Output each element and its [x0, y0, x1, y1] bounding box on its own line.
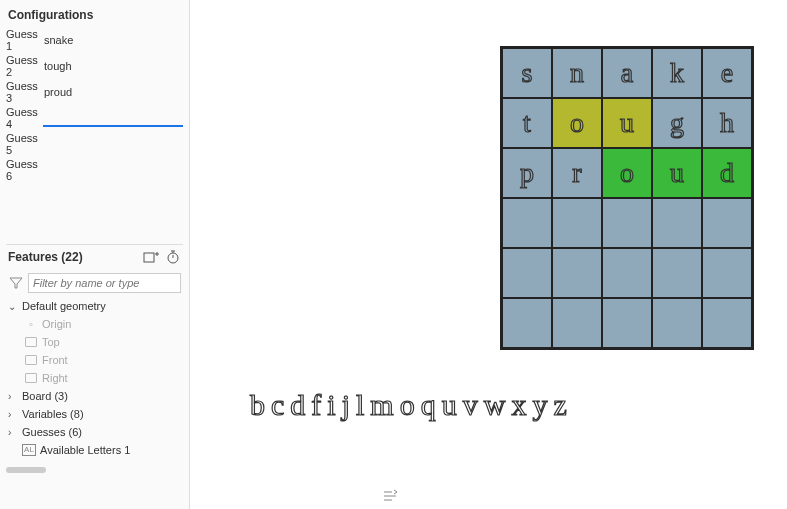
tree-board[interactable]: › Board (3) [6, 387, 183, 405]
cell-letter: o [620, 157, 634, 189]
board-row-2: tough [502, 98, 752, 148]
board-cell: d [702, 148, 752, 198]
board-cell: h [702, 98, 752, 148]
board-cell: o [602, 148, 652, 198]
available-letter: v [463, 388, 478, 422]
features-title: Features (22) [8, 250, 83, 264]
available-letter: j [342, 388, 350, 422]
cell-letter: a [621, 57, 633, 89]
board-row-1: snake [502, 48, 752, 98]
cell-letter: r [572, 157, 581, 189]
board-cell: r [552, 148, 602, 198]
available-letter: d [290, 388, 305, 422]
available-letter: i [327, 388, 335, 422]
filter-input[interactable] [28, 273, 181, 293]
available-letter: y [532, 388, 547, 422]
cell-letter: u [620, 107, 634, 139]
guess-label: Guess 6 [6, 158, 39, 182]
wordle-board: snaketoughproud [500, 46, 754, 350]
canvas[interactable]: snaketoughproud bcdfijlmoquvwxyz [190, 0, 787, 509]
available-letter: w [484, 388, 506, 422]
board-cell [552, 298, 602, 348]
feature-tree: ⌄ Default geometry ◦ Origin Top Front Ri… [6, 297, 183, 459]
board-cell: k [652, 48, 702, 98]
tree-guesses[interactable]: › Guesses (6) [6, 423, 183, 441]
svg-rect-0 [144, 253, 154, 262]
guess-input-1[interactable] [43, 32, 183, 49]
board-cell: e [702, 48, 752, 98]
scrollbar-thumb[interactable] [6, 467, 46, 473]
guess-label: Guess 1 [6, 28, 39, 52]
available-letter: q [421, 388, 436, 422]
guess-row-5: Guess 5 [6, 132, 183, 156]
configurations-list: Guess 1Guess 2Guess 3Guess 4Guess 5Guess… [6, 26, 183, 184]
filter-icon[interactable] [8, 275, 24, 291]
board-cell: p [502, 148, 552, 198]
available-letter: z [553, 388, 566, 422]
tree-right[interactable]: Right [6, 369, 183, 387]
board-row-6 [502, 298, 752, 348]
tree-variables[interactable]: › Variables (8) [6, 405, 183, 423]
cell-letter: o [570, 107, 584, 139]
tree-default-geometry[interactable]: ⌄ Default geometry [6, 297, 183, 315]
guess-label: Guess 3 [6, 80, 39, 104]
available-letter: f [311, 388, 321, 422]
cell-letter: d [720, 157, 734, 189]
board-cell: t [502, 98, 552, 148]
chevron-right-icon: › [8, 427, 18, 438]
chevron-right-icon: › [8, 409, 18, 420]
board-row-4 [502, 198, 752, 248]
cell-letter: s [522, 57, 533, 89]
guess-row-2: Guess 2 [6, 54, 183, 78]
cell-letter: p [520, 157, 534, 189]
board-cell: n [552, 48, 602, 98]
guess-input-5[interactable] [43, 136, 183, 153]
available-letter: o [400, 388, 415, 422]
available-letter: b [250, 388, 265, 422]
board-cell: a [602, 48, 652, 98]
board-cell [652, 298, 702, 348]
panel-toggle-icon[interactable] [382, 489, 398, 503]
board-cell [602, 298, 652, 348]
guess-input-3[interactable] [43, 84, 183, 101]
board-cell [502, 198, 552, 248]
cell-letter: t [523, 107, 531, 139]
available-letter: x [511, 388, 526, 422]
cell-letter: h [720, 107, 734, 139]
guess-row-3: Guess 3 [6, 80, 183, 104]
board-cell: g [652, 98, 702, 148]
board-cell: u [602, 98, 652, 148]
board-cell [652, 198, 702, 248]
guess-row-1: Guess 1 [6, 28, 183, 52]
plane-icon [24, 372, 38, 384]
tree-origin[interactable]: ◦ Origin [6, 315, 183, 333]
cell-letter: k [670, 57, 684, 89]
guess-input-2[interactable] [43, 58, 183, 75]
available-letter: u [442, 388, 457, 422]
plane-icon [24, 336, 38, 348]
stopwatch-icon[interactable] [165, 249, 181, 265]
origin-icon: ◦ [24, 318, 38, 330]
configurations-title: Configurations [6, 4, 183, 26]
filter-row [6, 271, 183, 295]
board-cell [602, 198, 652, 248]
guess-input-6[interactable] [43, 162, 183, 179]
guess-label: Guess 5 [6, 132, 39, 156]
guess-row-4: Guess 4 [6, 106, 183, 130]
chevron-down-icon: ⌄ [8, 301, 18, 312]
tree-front[interactable]: Front [6, 351, 183, 369]
add-feature-icon[interactable] [143, 249, 159, 265]
board-row-3: proud [502, 148, 752, 198]
guess-input-4[interactable] [43, 109, 183, 127]
board-cell [502, 248, 552, 298]
available-letter: c [271, 388, 284, 422]
guess-label: Guess 2 [6, 54, 39, 78]
cell-letter: g [670, 107, 684, 139]
tree-top[interactable]: Top [6, 333, 183, 351]
board-cell [702, 248, 752, 298]
board-cell [552, 198, 602, 248]
tree-available-letters[interactable]: AL Available Letters 1 [6, 441, 183, 459]
board-cell [602, 248, 652, 298]
board-cell [702, 298, 752, 348]
board-cell [702, 198, 752, 248]
